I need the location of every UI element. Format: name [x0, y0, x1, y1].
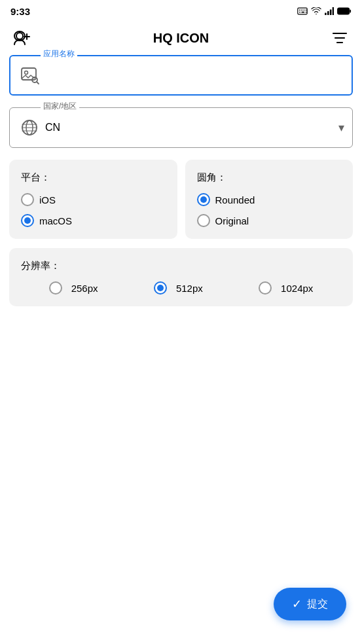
- platform-title: 平台：: [21, 171, 166, 184]
- svg-rect-3: [304, 10, 305, 11]
- country-label: 国家/地区: [41, 101, 79, 112]
- platform-ios-label: iOS: [39, 194, 56, 206]
- platform-ios-radio[interactable]: [21, 193, 34, 206]
- app-name-field-box[interactable]: [9, 55, 353, 96]
- svg-rect-13: [350, 10, 351, 13]
- resolution-options-row: 256px 512px 1024px: [21, 281, 341, 295]
- image-search-icon: [18, 63, 42, 87]
- svg-rect-4: [306, 10, 307, 11]
- corner-panel: 圆角： Rounded Original: [185, 160, 353, 239]
- wifi-icon: [311, 7, 321, 15]
- filter-icon: [331, 29, 349, 47]
- signal-icon: [325, 7, 334, 15]
- status-bar: 9:33: [0, 0, 362, 21]
- svg-point-18: [25, 71, 28, 75]
- person-add-button[interactable]: [10, 26, 34, 50]
- svg-rect-8: [325, 13, 327, 15]
- corner-title: 圆角：: [197, 171, 342, 184]
- platform-ios-option[interactable]: iOS: [21, 193, 166, 206]
- resolution-512-option[interactable]: 512px: [154, 281, 203, 295]
- svg-rect-10: [330, 9, 332, 15]
- svg-rect-11: [333, 7, 334, 15]
- app-name-container: 应用名称: [9, 55, 353, 96]
- svg-rect-6: [301, 12, 304, 13]
- resolution-256-radio[interactable]: [49, 281, 62, 295]
- corner-rounded-radio[interactable]: [197, 193, 210, 206]
- country-container: 国家/地区 CN ▾: [9, 107, 353, 148]
- platform-panel: 平台： iOS macOS: [9, 160, 177, 239]
- country-field-box[interactable]: CN ▾: [9, 107, 353, 148]
- submit-checkmark-icon: ✓: [292, 597, 302, 611]
- status-time: 9:33: [10, 6, 30, 17]
- app-name-input[interactable]: [46, 69, 344, 81]
- corner-original-option[interactable]: Original: [197, 214, 342, 227]
- person-add-icon: [13, 29, 31, 47]
- svg-point-16: [16, 33, 23, 39]
- page-title: HQ ICON: [34, 31, 328, 46]
- keyboard-icon: [297, 7, 308, 15]
- svg-rect-14: [338, 9, 348, 14]
- svg-rect-9: [327, 11, 329, 15]
- submit-button[interactable]: ✓ 提交: [274, 588, 346, 620]
- resolution-1024-label: 1024px: [281, 283, 313, 294]
- globe-icon: [18, 116, 41, 139]
- resolution-512-radio[interactable]: [154, 281, 167, 295]
- platform-macos-option[interactable]: macOS: [21, 214, 166, 227]
- corner-rounded-label: Rounded: [215, 194, 255, 206]
- resolution-512-label: 512px: [176, 283, 203, 294]
- corner-rounded-option[interactable]: Rounded: [197, 193, 342, 206]
- resolution-title: 分辨率：: [21, 260, 341, 272]
- corner-original-label: Original: [215, 215, 249, 226]
- platform-macos-radio[interactable]: [21, 214, 34, 227]
- resolution-panel: 分辨率： 256px 512px 1024px: [9, 248, 353, 306]
- dropdown-arrow-icon: ▾: [338, 120, 344, 135]
- submit-label: 提交: [307, 598, 328, 611]
- svg-rect-5: [299, 12, 300, 13]
- resolution-1024-option[interactable]: 1024px: [259, 281, 313, 295]
- battery-icon: [337, 7, 352, 15]
- content-area: 应用名称 国家/地区: [0, 55, 362, 306]
- filter-button[interactable]: [328, 26, 352, 50]
- svg-rect-7: [306, 12, 307, 13]
- svg-rect-2: [301, 10, 302, 11]
- svg-rect-1: [299, 10, 300, 11]
- app-name-label: 应用名称: [41, 48, 77, 60]
- platform-macos-label: macOS: [39, 215, 72, 226]
- country-value: CN: [45, 122, 338, 134]
- resolution-256-option[interactable]: 256px: [49, 281, 98, 295]
- resolution-256-label: 256px: [71, 283, 98, 294]
- options-row: 平台： iOS macOS 圆角： Rounded Original: [9, 160, 353, 239]
- corner-original-radio[interactable]: [197, 214, 210, 227]
- resolution-1024-radio[interactable]: [259, 281, 272, 295]
- svg-rect-0: [298, 8, 307, 14]
- status-icons: [297, 7, 352, 15]
